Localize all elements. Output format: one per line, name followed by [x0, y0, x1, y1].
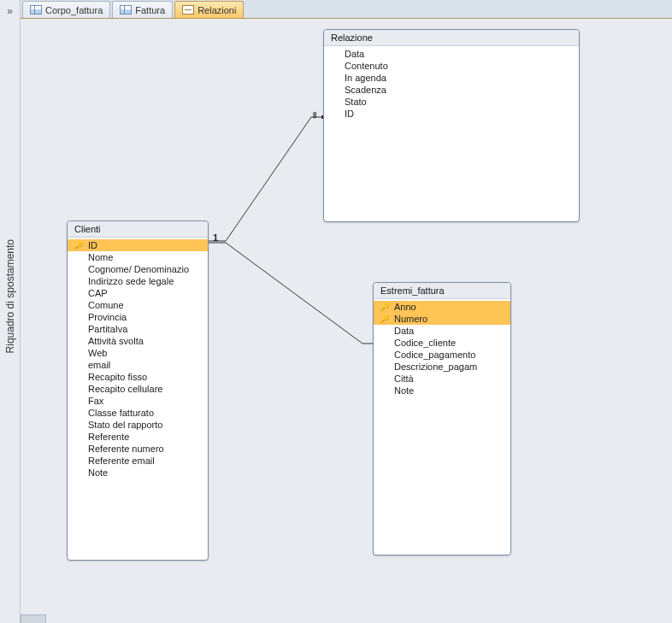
document-tab-bar: Corpo_fattura Fattura Relazioni — [21, 0, 672, 19]
field-row[interactable]: Recapito fisso — [68, 371, 208, 383]
field-name: PartitaIva — [83, 324, 127, 334]
field-name: Classe fatturato — [83, 408, 154, 418]
field-name: CAP — [83, 288, 108, 298]
navigation-pane-collapsed[interactable]: » Riquadro di spostamento — [0, 0, 21, 623]
field-name: Fax — [83, 396, 103, 406]
field-name: Referente email — [83, 455, 155, 466]
field-name: email — [83, 360, 110, 370]
navigation-pane-label: Riquadro di spostamento — [4, 239, 16, 353]
relationships-icon — [182, 5, 194, 15]
field-name: Note — [389, 385, 414, 396]
field-row[interactable]: 🔑ID — [68, 239, 208, 251]
field-row[interactable]: Stato — [324, 96, 579, 108]
relationships-canvas[interactable]: 1 ∞ Relazione DataContenutoIn agendaScad… — [21, 19, 672, 623]
field-row[interactable]: Note — [68, 467, 208, 479]
field-name: ID — [339, 109, 354, 119]
field-name: Referente — [83, 432, 129, 442]
tab-corpo-fattura[interactable]: Corpo_fattura — [22, 1, 110, 18]
field-row[interactable]: Recapito cellulare — [68, 383, 208, 395]
field-row[interactable]: 🔑Numero — [374, 313, 510, 325]
field-row[interactable]: Codice_pagamento — [374, 349, 510, 361]
field-name: Contenuto — [339, 61, 388, 71]
field-name: Nome — [83, 252, 113, 262]
field-row[interactable]: Descrizione_pagam — [374, 361, 510, 373]
key-icon: 🔑 — [73, 241, 83, 250]
field-row[interactable]: Web — [68, 347, 208, 359]
field-name: Numero — [389, 314, 427, 324]
field-name: Codice_pagamento — [389, 350, 475, 360]
field-row[interactable]: Referente email — [68, 455, 208, 467]
relationship-cardinality-one: 1 — [213, 232, 218, 243]
field-row[interactable]: Indirizzo sede legale — [68, 275, 208, 287]
field-row[interactable]: Nome — [68, 251, 208, 263]
field-name: Note — [83, 467, 108, 478]
field-row[interactable]: In agenda — [324, 72, 579, 84]
field-row[interactable]: Città — [374, 373, 510, 385]
field-row[interactable]: Stato del rapporto — [68, 419, 208, 431]
field-list: DataContenutoIn agendaScadenzaStatoID — [324, 46, 579, 121]
bottom-handle — [21, 614, 46, 623]
field-name: Data — [339, 49, 364, 59]
field-name: Comune — [83, 300, 124, 310]
field-name: Stato — [339, 97, 367, 107]
field-row[interactable]: email — [68, 359, 208, 371]
field-name: Descrizione_pagam — [389, 361, 477, 372]
field-name: Codice_cliente — [389, 338, 456, 348]
field-list: 🔑IDNomeCognome/ DenominazioIndirizzo sed… — [68, 238, 208, 480]
field-row[interactable]: 🔑Anno — [374, 301, 510, 313]
field-name: Recapito fisso — [83, 372, 147, 382]
tab-label: Relazioni — [197, 5, 236, 15]
field-name: Indirizzo sede legale — [83, 276, 174, 286]
field-row[interactable]: Fax — [68, 395, 208, 407]
field-row[interactable]: Attività svolta — [68, 335, 208, 347]
tab-label: Corpo_fattura — [45, 5, 103, 15]
field-name: Città — [389, 373, 414, 384]
field-row[interactable]: Contenuto — [324, 60, 579, 72]
field-row[interactable]: Provincia — [68, 311, 208, 323]
field-name: Provincia — [83, 312, 127, 322]
tab-relazioni[interactable]: Relazioni — [174, 1, 244, 18]
field-row[interactable]: CAP — [68, 287, 208, 299]
field-name: ID — [83, 240, 97, 250]
table-clienti[interactable]: Clienti 🔑IDNomeCognome/ DenominazioIndir… — [67, 220, 209, 561]
field-name: Cognome/ Denominazio — [83, 264, 189, 274]
field-name: Referente numero — [83, 444, 164, 454]
field-row[interactable]: Codice_cliente — [374, 337, 510, 349]
field-name: Recapito cellulare — [83, 384, 162, 394]
table-relazione[interactable]: Relazione DataContenutoIn agendaScadenza… — [323, 29, 580, 222]
field-list: 🔑Anno🔑NumeroDataCodice_clienteCodice_pag… — [374, 299, 510, 398]
field-name: In agenda — [339, 73, 386, 83]
field-row[interactable]: Referente numero — [68, 443, 208, 455]
field-name: Anno — [389, 302, 416, 312]
tab-fattura[interactable]: Fattura — [112, 1, 173, 18]
field-row[interactable]: Comune — [68, 299, 208, 311]
field-row[interactable]: PartitaIva — [68, 323, 208, 335]
key-icon: 🔑 — [379, 303, 389, 311]
field-row[interactable]: Scadenza — [324, 84, 579, 96]
field-row[interactable]: Referente — [68, 431, 208, 443]
field-name: Stato del rapporto — [83, 420, 162, 430]
field-row[interactable]: Cognome/ Denominazio — [68, 263, 208, 275]
relationship-cardinality-many: ∞ — [310, 112, 321, 119]
expand-chevron-icon[interactable]: » — [7, 5, 13, 17]
table-title: Estremi_fattura — [374, 283, 510, 299]
field-row[interactable]: Classe fatturato — [68, 407, 208, 419]
field-row[interactable]: ID — [324, 108, 579, 120]
field-row[interactable]: Note — [374, 385, 510, 397]
table-title: Clienti — [68, 221, 208, 238]
key-icon: 🔑 — [379, 314, 389, 323]
field-name: Web — [83, 348, 107, 358]
table-estremi-fattura[interactable]: Estremi_fattura 🔑Anno🔑NumeroDataCodice_c… — [373, 282, 511, 555]
field-row[interactable]: Data — [374, 325, 510, 337]
field-row[interactable]: Data — [324, 48, 579, 60]
table-title: Relazione — [324, 30, 579, 46]
field-name: Scadenza — [339, 85, 386, 95]
table-icon — [120, 5, 132, 15]
tab-label: Fattura — [135, 5, 165, 15]
table-icon — [30, 5, 42, 15]
field-name: Attività svolta — [83, 336, 144, 346]
field-name: Data — [389, 326, 414, 336]
